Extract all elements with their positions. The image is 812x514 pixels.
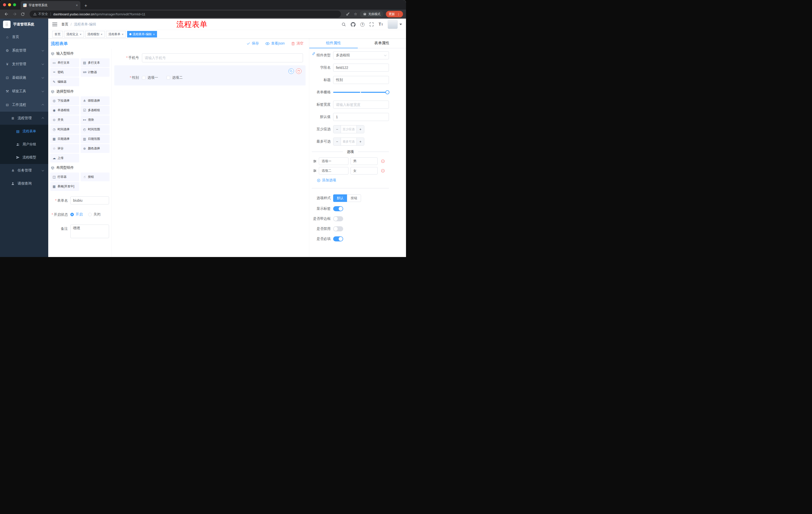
user-menu[interactable]: [388, 20, 402, 29]
sidebar-item-process-model[interactable]: 流程模型: [0, 151, 48, 164]
component-editor[interactable]: ✎编辑器: [50, 77, 79, 86]
password-key-icon[interactable]: [344, 10, 351, 18]
component-date-range[interactable]: ▥日期范围: [81, 135, 110, 143]
increase-button[interactable]: +: [356, 138, 364, 145]
sidebar-item-process-management[interactable]: ≣ 流程管理: [0, 112, 48, 125]
component-single-text[interactable]: ▭单行文本: [50, 58, 79, 67]
sidebar-item-task-management[interactable]: ⋔ 任务管理: [0, 164, 48, 177]
tab-close-icon[interactable]: ×: [76, 3, 78, 7]
bookmark-star-icon[interactable]: ☆: [354, 12, 357, 16]
sidebar-item-payment[interactable]: ¥ 支付管理: [0, 57, 48, 71]
sidebar-item-dev-tools[interactable]: ⚒ 研发工具: [0, 84, 48, 98]
checkbox-icon[interactable]: [167, 76, 170, 79]
remove-option-icon[interactable]: [381, 169, 385, 173]
component-slider[interactable]: ⊷滑块: [81, 115, 110, 124]
status-on-radio[interactable]: 开启: [70, 212, 83, 217]
close-icon[interactable]: ×: [80, 33, 82, 36]
window-zoom-button[interactable]: [13, 3, 16, 6]
tag-home[interactable]: 首页: [52, 31, 63, 37]
sidebar-item-home[interactable]: ⌂ 首页: [0, 30, 48, 44]
default-value-input[interactable]: [333, 113, 389, 121]
increase-button[interactable]: +: [356, 126, 364, 133]
add-option-button[interactable]: 添加选项: [317, 178, 389, 183]
link-icon[interactable]: [312, 52, 316, 56]
phone-input[interactable]: [142, 53, 303, 62]
tag-process-form-edit[interactable]: 流程表单-编辑 ×: [127, 31, 157, 37]
border-switch[interactable]: [333, 216, 343, 221]
tag-process-model[interactable]: 流程模型 ×: [85, 31, 105, 37]
slider-handle[interactable]: [385, 90, 389, 94]
canvas[interactable]: *手机号: [112, 49, 309, 257]
form-grid-slider[interactable]: [333, 88, 389, 96]
required-switch[interactable]: [333, 236, 343, 241]
tag-process-form[interactable]: 流程表单 ×: [106, 31, 126, 37]
drag-handle-icon[interactable]: [313, 159, 317, 163]
back-icon[interactable]: [3, 10, 10, 18]
delete-item-button[interactable]: [296, 69, 301, 74]
clear-button[interactable]: 清空: [291, 41, 303, 46]
new-tab-button[interactable]: +: [84, 3, 87, 8]
show-label-switch[interactable]: [333, 206, 343, 211]
component-checkbox-group[interactable]: ☑多选框组: [81, 106, 110, 115]
drag-handle-icon[interactable]: [313, 169, 317, 173]
forward-icon[interactable]: [11, 10, 18, 18]
component-color-picker[interactable]: ⊛颜色选择: [81, 144, 110, 153]
component-row-container[interactable]: ◫行容器: [50, 172, 79, 181]
form-name-input[interactable]: [70, 196, 109, 205]
checkbox-icon[interactable]: [142, 76, 145, 79]
window-close-button[interactable]: [3, 3, 6, 6]
tag-process-definition[interactable]: 流程定义 ×: [64, 31, 84, 37]
sidebar-item-system[interactable]: ⚙ 系统管理: [0, 44, 48, 57]
title-input[interactable]: [333, 76, 389, 84]
sidebar-item-process-form[interactable]: ▤ 流程表单: [0, 125, 48, 138]
window-minimize-button[interactable]: [8, 3, 11, 6]
browser-tab[interactable]: 芋道管理系统 ×: [21, 1, 80, 9]
option-label-input[interactable]: [319, 167, 348, 174]
update-button[interactable]: 更新 ⋮: [386, 11, 403, 17]
component-password[interactable]: •••密码: [50, 68, 79, 77]
fullscreen-icon[interactable]: [369, 22, 374, 27]
hamburger-icon[interactable]: [52, 22, 57, 27]
component-counter[interactable]: 123计数器: [81, 68, 110, 77]
save-button[interactable]: 保存: [246, 41, 259, 46]
min-select-input[interactable]: [341, 126, 356, 133]
canvas-item-phone[interactable]: *手机号: [114, 51, 306, 64]
copy-item-button[interactable]: [288, 69, 294, 74]
disabled-switch[interactable]: [333, 226, 343, 231]
decrease-button[interactable]: −: [334, 126, 341, 133]
sidebar-item-workflow[interactable]: ⊟ 工作流程: [0, 98, 48, 112]
tab-form-props[interactable]: 表单属性: [358, 38, 406, 48]
avatar[interactable]: [388, 20, 398, 29]
style-button-button[interactable]: 按钮: [347, 194, 361, 202]
component-switch[interactable]: ⊙开关: [50, 115, 79, 124]
gender-option-2[interactable]: 选项二: [167, 76, 183, 80]
sidebar-item-leave-query[interactable]: 请假查询: [0, 177, 48, 190]
component-upload[interactable]: ☁上传: [50, 154, 79, 162]
component-select[interactable]: ◎下拉选择: [50, 96, 79, 105]
label-width-input[interactable]: [333, 101, 389, 109]
canvas-item-gender[interactable]: *性别 选项一 选项二: [114, 65, 306, 85]
option-value-input[interactable]: [350, 157, 378, 165]
component-time-range[interactable]: ◴时间范围: [81, 125, 110, 134]
font-size-icon[interactable]: TT: [379, 22, 383, 27]
sidebar-item-infrastructure[interactable]: ⊡ 基础设施: [0, 71, 48, 84]
decrease-button[interactable]: −: [334, 138, 341, 145]
browser-menu-icon[interactable]: ⋮: [397, 12, 400, 16]
component-time-picker[interactable]: ◷时间选择: [50, 125, 79, 134]
github-icon[interactable]: [351, 22, 355, 27]
close-icon[interactable]: ×: [153, 33, 155, 36]
close-icon[interactable]: ×: [101, 33, 103, 36]
breadcrumb-home[interactable]: 首页: [61, 22, 68, 27]
component-table[interactable]: ▦表格[开发中]: [50, 182, 79, 191]
help-icon[interactable]: ?: [360, 22, 365, 27]
component-radio-group[interactable]: ◉单选框组: [50, 106, 79, 115]
address-bar[interactable]: 不安全 dashboard.yudao.iocoder.cn /bpm/mana…: [30, 10, 341, 18]
sidebar-item-user-groups[interactable]: 用户分组: [0, 138, 48, 151]
component-multi-text[interactable]: ▤多行文本: [81, 58, 110, 67]
option-label-input[interactable]: [319, 157, 348, 165]
reload-icon[interactable]: [19, 10, 26, 18]
remove-option-icon[interactable]: [381, 159, 385, 163]
component-date-picker[interactable]: ▦日期选择: [50, 135, 79, 143]
style-default-button[interactable]: 默认: [333, 194, 347, 202]
field-name-input[interactable]: [333, 64, 389, 72]
